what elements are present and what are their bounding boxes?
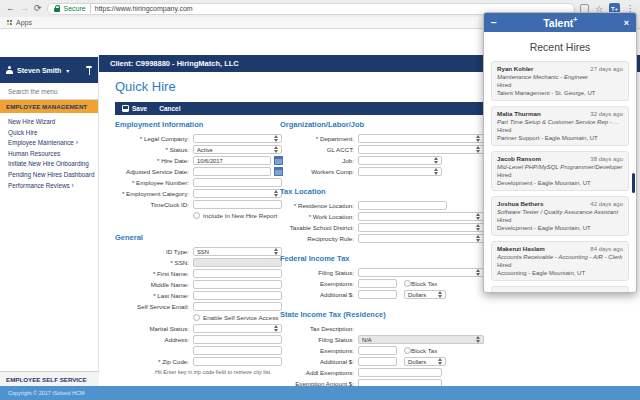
field-value: Dollars [408, 292, 426, 298]
hire-department: Talent Management - St. George, UT [497, 89, 623, 97]
marital-status-select[interactable] [193, 324, 282, 333]
include-in-new-hire-report-checkbox[interactable] [193, 212, 200, 219]
save-icon [122, 105, 129, 112]
middle-name-input[interactable] [193, 280, 282, 289]
select-arrows-icon [434, 157, 438, 164]
hires-list: Ryan Kohler 27 days ago Maintenance Mech… [484, 61, 636, 293]
select-arrows-icon [274, 146, 278, 153]
adjusted-service-date-input[interactable] [193, 167, 271, 176]
gl-acct-select[interactable] [358, 145, 484, 154]
status-select[interactable]: Active [193, 145, 282, 154]
ssn-input[interactable] [193, 258, 282, 267]
last-name-input[interactable] [193, 291, 282, 300]
hire-ago: 38 days ago [590, 155, 623, 163]
work-location-select[interactable] [358, 212, 484, 221]
sidebar-item[interactable]: Human Resources [0, 149, 98, 160]
checkbox-row: Enable Self Service Access [115, 312, 305, 323]
field-label: GL ACCT: [280, 146, 358, 153]
back-icon[interactable]: ← [6, 0, 15, 17]
padlock-icon [54, 5, 60, 12]
field-label: Self Service Email: [115, 303, 193, 310]
department-select[interactable] [358, 134, 484, 143]
form-row: Additional $:Dollars [280, 356, 495, 367]
filing-status-select[interactable] [358, 268, 484, 277]
recent-hires-heading: Recent Hires [484, 41, 636, 53]
hire-date-input[interactable]: 10/6/2017 [193, 156, 271, 165]
field-label: Exemptions: [280, 280, 358, 287]
additional-input[interactable] [358, 290, 397, 299]
user-menu[interactable]: Steven Smith ▾ [0, 57, 98, 83]
employee-number-input[interactable] [193, 178, 282, 187]
sidebar-item[interactable]: Pending New Hires Dashboard [0, 170, 98, 181]
sidebar-item[interactable]: Performance Reviews› [0, 181, 98, 192]
residence-location-input[interactable] [358, 201, 447, 210]
hire-card[interactable]: Ryan Kohler 27 days ago Maintenance Mech… [491, 61, 629, 101]
block-tax-checkbox[interactable] [404, 280, 411, 287]
hire-title: Mid-Level PHP/MySQL Programmer/Developer [497, 163, 623, 171]
sidebar-section-employee-self-service[interactable]: EMPLOYEE SELF SERVICE [0, 371, 99, 386]
hire-card[interactable]: Emilie DeMasters 86 days ago [491, 286, 629, 293]
hire-department: Development - Eagle Mountain, UT [497, 179, 623, 187]
sidebar-item[interactable]: Initiate New Hire Onboarding [0, 159, 98, 170]
address-divider [90, 4, 91, 13]
field-label: Middle Name: [115, 281, 193, 288]
address-input[interactable] [193, 335, 282, 344]
job-select[interactable] [358, 156, 442, 165]
filing-status-select[interactable]: N/A [358, 335, 484, 344]
forward-icon[interactable]: → [20, 0, 29, 17]
field-label: TimeClock ID: [115, 201, 193, 208]
id-type-select[interactable]: SSN [193, 247, 282, 256]
sidebar-search [0, 83, 98, 100]
field-input[interactable] [193, 346, 282, 355]
section-heading: Employment Information [115, 120, 305, 129]
select-arrows-icon [476, 269, 480, 276]
exemptions-input[interactable] [358, 346, 397, 355]
exemptions-input[interactable] [358, 279, 397, 288]
field-label: * Status: [115, 146, 193, 153]
sidebar-section-employee-management[interactable]: EMPLOYEE MANAGEMENT [0, 100, 98, 113]
field-label: Filing Status: [280, 336, 358, 343]
block-tax-checkbox[interactable] [404, 347, 411, 354]
hire-card[interactable]: Makenzi Haslam 84 days ago Accounts Rece… [491, 241, 629, 281]
workers-comp-select[interactable] [358, 167, 442, 176]
reciprocity-rule-select[interactable] [358, 234, 484, 243]
dollars-select[interactable]: Dollars [404, 290, 446, 299]
legal-company-select[interactable] [193, 134, 282, 143]
hire-ago: 27 days ago [590, 65, 623, 73]
taxable-school-district-select[interactable] [358, 223, 484, 232]
hire-card[interactable]: Joshua Bethers 42 days ago Software Test… [491, 196, 629, 236]
field-label: * Residence Location: [280, 202, 358, 209]
close-icon[interactable]: × [624, 18, 629, 28]
hire-card[interactable]: Jacob Ransom 38 days ago Mid-Level PHP/M… [491, 151, 629, 191]
pin-icon[interactable] [86, 66, 92, 75]
sidebar-item[interactable]: Employee Maintenance› [0, 138, 98, 149]
dollars-select[interactable]: Dollars [404, 357, 446, 366]
field-label: Marital Status: [115, 325, 193, 332]
popup-title: Talent+ [497, 16, 624, 29]
search-input[interactable] [6, 87, 92, 96]
additional-input[interactable] [358, 357, 397, 366]
cancel-button[interactable]: Cancel [159, 105, 180, 112]
secure-label: Secure [64, 5, 86, 12]
self-service-email-input[interactable] [193, 302, 282, 311]
sidebar-item[interactable]: Quick Hire [0, 128, 98, 139]
footer: Copyright © 2017 iSolved HCM [0, 386, 640, 400]
employment-category-select[interactable] [193, 189, 282, 198]
popup-scrollbar-thumb[interactable] [632, 173, 635, 193]
zip-code-input[interactable] [193, 357, 282, 366]
apps-bookmark[interactable]: Apps [16, 19, 32, 26]
chevron-down-icon: ▾ [66, 67, 69, 74]
hire-card[interactable]: Malia Thurman 32 days ago Part Time Setu… [491, 106, 629, 146]
hire-ago: 32 days ago [590, 110, 623, 118]
hire-name: Ryan Kohler [497, 65, 533, 73]
first-name-input[interactable] [193, 269, 282, 278]
save-button[interactable]: Save [122, 105, 147, 112]
field-label: Additional $: [280, 291, 358, 298]
field-value: N/A [362, 337, 372, 343]
hire-title: Part Time Setup & Customer Service Rep -… [497, 118, 623, 126]
enable-self-service-access-checkbox[interactable] [193, 314, 200, 321]
sidebar-item[interactable]: New Hire Wizard [0, 117, 98, 128]
timeclock-id-input[interactable] [193, 200, 282, 209]
reload-icon[interactable]: ⟳ [34, 0, 42, 17]
addl-exemptions-input[interactable] [358, 368, 442, 377]
